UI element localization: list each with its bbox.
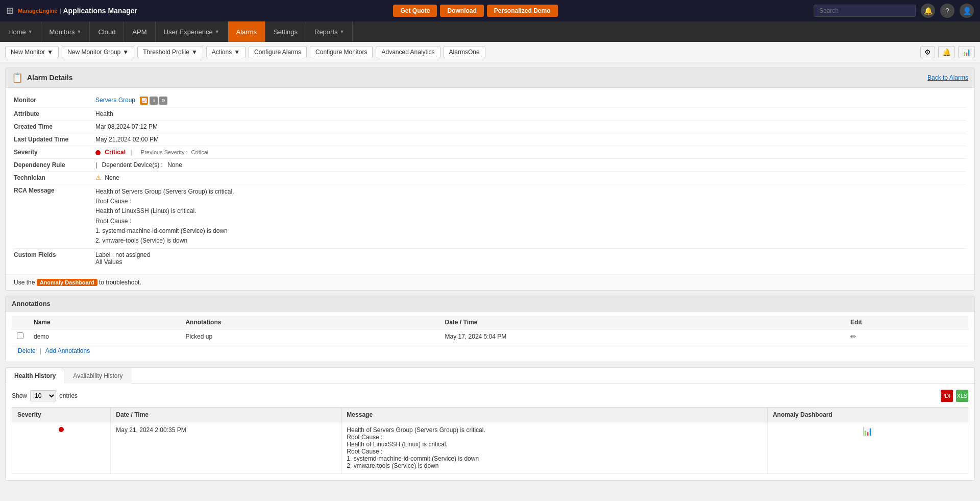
download-button[interactable]: Download <box>440 5 483 17</box>
alarm-title-icon: 📋 <box>12 72 23 83</box>
technician-text: None <box>105 174 119 181</box>
annotation-datetime: May 17, 2024 5:04 PM <box>440 329 846 344</box>
troubleshoot-row: Use the Anomaly Dashboard to troubleshoo… <box>6 274 974 290</box>
anomaly-dashboard-badge[interactable]: Anomaly Dashboard <box>37 279 97 286</box>
history-severity-dot <box>59 427 64 432</box>
show-entries: Show 10 25 50 100 entries <box>12 390 78 401</box>
export-xls-icon[interactable]: XLS <box>956 390 968 402</box>
monitor-value: Servers Group 📈 ℹ ⚙ <box>95 97 966 105</box>
grid-icon[interactable]: ⊞ <box>6 5 14 16</box>
new-monitor-arrow: ▼ <box>47 49 53 56</box>
updated-value: May 21,2024 02:00 PM <box>95 136 966 143</box>
annotation-actions: Delete | Add Annotations <box>12 344 968 357</box>
nav-cloud[interactable]: Cloud <box>90 21 124 42</box>
history-top: Show 10 25 50 100 entries PDF XLS <box>12 390 968 402</box>
monitor-icon-extra[interactable]: ⚙ <box>159 97 167 105</box>
history-message-cell: Health of Servers Group (Servers Group) … <box>341 422 768 474</box>
new-monitor-button[interactable]: New Monitor ▼ <box>5 46 59 58</box>
configure-alarms-button[interactable]: Configure Alarms <box>249 46 307 58</box>
nav-home-arrow: ▼ <box>28 29 33 34</box>
rca-value: Health of Servers Group (Servers Group) … <box>95 187 966 246</box>
annotation-row: demo Picked up May 17, 2024 5:04 PM ✏ <box>12 329 968 344</box>
toolbar-icon-1[interactable]: ⚙ <box>920 46 935 58</box>
alarms-one-button[interactable]: AlarmsOne <box>444 46 485 58</box>
created-label: Created Time <box>14 123 95 130</box>
alarm-row-attribute: Attribute Health <box>14 108 966 121</box>
rca-label: RCA Message <box>14 187 95 194</box>
nav-monitors-arrow: ▼ <box>77 29 81 34</box>
toolbar-right-icons: ⚙ 🔔 📊 <box>920 46 975 58</box>
search-input[interactable] <box>814 5 916 17</box>
nav-settings[interactable]: Settings <box>265 21 306 42</box>
history-severity-cell <box>12 422 111 474</box>
anomaly-table-icon[interactable]: 📊 <box>863 427 873 436</box>
nav-alarms-label: Alarms <box>236 28 257 36</box>
nav-cloud-label: Cloud <box>98 28 115 36</box>
annotations-col-annotations: Annotations <box>180 316 439 329</box>
nav-alarms[interactable]: Alarms <box>228 21 265 42</box>
annotations-col-edit: Edit <box>845 316 968 329</box>
alarm-row-created: Created Time Mar 08,2024 07:12 PM <box>14 121 966 133</box>
actions-button[interactable]: Actions ▼ <box>206 46 246 58</box>
threshold-profile-arrow: ▼ <box>191 49 198 56</box>
logo-separator: | <box>60 8 61 14</box>
alarm-row-updated: Last Updated Time May 21,2024 02:00 PM <box>14 133 966 146</box>
entries-select[interactable]: 10 25 50 100 <box>30 390 56 401</box>
notifications-icon[interactable]: 🔔 <box>921 4 935 18</box>
nav-reports[interactable]: Reports ▼ <box>306 21 353 42</box>
monitor-link[interactable]: Servers Group <box>95 97 135 104</box>
advanced-analytics-button[interactable]: Advanced Analytics <box>376 46 440 58</box>
technician-label: Technician <box>14 174 95 181</box>
configure-monitors-button[interactable]: Configure Monitors <box>310 46 373 58</box>
threshold-profile-button[interactable]: Threshold Profile ▼ <box>137 46 203 58</box>
custom-value-1: Label : not assigned <box>95 251 966 258</box>
annotations-panel: Annotations Name Annotations Date / Time… <box>5 296 975 362</box>
history-row: May 21, 2024 2:00:35 PM Health of Server… <box>12 422 968 474</box>
new-monitor-group-button[interactable]: New Monitor Group ▼ <box>62 46 134 58</box>
logo: ManageEngine | Applications Manager <box>18 7 137 15</box>
tab-availability-history[interactable]: Availability History <box>64 368 131 384</box>
alarm-title: Alarm Details <box>27 74 72 82</box>
back-to-alarms-link[interactable]: Back to Alarms <box>927 74 968 81</box>
get-quote-button[interactable]: Get Quote <box>393 5 437 17</box>
warning-icon: ⚠ <box>95 174 101 181</box>
export-pdf-icon[interactable]: PDF <box>941 390 953 402</box>
toolbar-icon-3[interactable]: 📊 <box>958 46 975 58</box>
help-icon[interactable]: ? <box>940 4 954 18</box>
troubleshoot-prefix: Use the <box>14 279 35 286</box>
user-avatar[interactable]: 👤 <box>960 4 974 18</box>
configure-monitors-label: Configure Monitors <box>315 49 367 56</box>
alarm-row-custom: Custom Fields Label : not assigned All V… <box>14 249 966 268</box>
nav-user-experience-label: User Experience <box>164 28 213 36</box>
top-bar-right: 🔔 ? 👤 <box>814 4 974 18</box>
nav-monitors-label: Monitors <box>50 28 75 36</box>
nav-monitors[interactable]: Monitors ▼ <box>41 21 90 42</box>
nav-apm[interactable]: APM <box>124 21 155 42</box>
nav-reports-arrow: ▼ <box>340 29 345 34</box>
top-bar-left: ⊞ ManageEngine | Applications Manager <box>6 5 137 16</box>
monitor-icon-chart[interactable]: 📈 <box>140 97 148 105</box>
annotation-checkbox[interactable] <box>17 332 23 339</box>
history-col-message: Message <box>341 408 768 422</box>
nav-user-experience[interactable]: User Experience ▼ <box>156 21 228 42</box>
history-anomaly-cell: 📊 <box>767 422 968 474</box>
edit-icon[interactable]: ✏ <box>850 332 856 341</box>
nav-home[interactable]: Home ▼ <box>0 21 41 42</box>
alarm-row-technician: Technician ⚠ None <box>14 172 966 184</box>
tab-health-history[interactable]: Health History <box>6 368 64 384</box>
annotations-col-datetime: Date / Time <box>440 316 846 329</box>
severity-pipe: | <box>130 149 132 156</box>
delete-link[interactable]: Delete <box>18 347 36 354</box>
technician-value: ⚠ None <box>95 174 966 181</box>
prev-severity-value: Critical <box>191 149 209 155</box>
dependency-value: | Dependent Device(s) : None <box>95 161 966 169</box>
annotations-table: Name Annotations Date / Time Edit demo P… <box>12 316 968 344</box>
nav-reports-label: Reports <box>314 28 338 36</box>
personalized-demo-button[interactable]: Personalized Demo <box>487 5 558 17</box>
add-annotations-link[interactable]: Add Annotations <box>45 347 90 354</box>
history-tabs: Health History Availability History <box>6 368 974 384</box>
severity-value: Critical | Previous Severity : Critical <box>95 149 966 156</box>
monitor-icon-info[interactable]: ℹ <box>150 97 158 105</box>
annotations-body: Name Annotations Date / Time Edit demo P… <box>6 312 974 362</box>
toolbar-icon-2[interactable]: 🔔 <box>938 46 955 58</box>
